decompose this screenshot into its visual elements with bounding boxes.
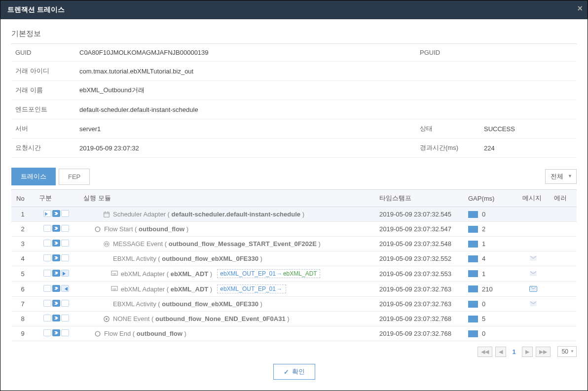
module-text: Flow End ( outbound_flow ) bbox=[104, 330, 186, 337]
row-timestamp: 2019-05-09 23:07:32.763 bbox=[374, 297, 463, 312]
row-module: XMLebXML Adapter ( ebXML_ADT )ebXML_OUT_… bbox=[78, 266, 374, 282]
row-module: MESSAGE Event ( outbound_flow_Message_ST… bbox=[78, 237, 374, 251]
pager-prev-icon[interactable]: ◀ bbox=[495, 347, 506, 357]
row-message bbox=[517, 207, 549, 222]
gap-bar-icon bbox=[468, 301, 478, 308]
tab-fep[interactable]: FEP bbox=[59, 169, 90, 185]
none-icon bbox=[103, 301, 110, 308]
info-table: GUID C0A80F10JMOLKOMAGMJAFNJB00000139 PG… bbox=[11, 43, 577, 158]
box-icon bbox=[43, 285, 51, 292]
gap-value: 1 bbox=[482, 240, 485, 248]
box-icon bbox=[61, 315, 69, 321]
gap-value: 2 bbox=[482, 225, 485, 233]
row-timestamp: 2019-05-09 23:07:32.545 bbox=[374, 207, 463, 222]
endpoint-tag[interactable]: ebXML_OUT_EP_01→ebXML_ADT bbox=[217, 269, 320, 278]
box-icon bbox=[61, 329, 69, 336]
status-value: SUCCESS bbox=[480, 119, 577, 139]
col-module: 실행 모듈 bbox=[78, 190, 374, 207]
trace-table: No 구분 실행 모듈 타임스탬프 GAP(ms) 메시지 에러 1Schedu… bbox=[11, 189, 577, 341]
row-module: Flow End ( outbound_flow ) bbox=[78, 326, 374, 341]
flow-icon bbox=[52, 329, 60, 336]
status-label: 상태 bbox=[416, 119, 480, 139]
row-gap: 0 bbox=[463, 297, 517, 312]
row-message bbox=[517, 282, 549, 297]
row-gubun bbox=[34, 312, 78, 326]
send-icon bbox=[61, 270, 69, 277]
row-gubun bbox=[34, 237, 78, 251]
flow-icon bbox=[52, 300, 60, 307]
row-gap: 5 bbox=[463, 312, 517, 326]
tab-trace[interactable]: 트레이스 bbox=[11, 168, 56, 185]
row-error bbox=[549, 251, 577, 266]
pager-last-icon[interactable]: ▶▶ bbox=[536, 347, 551, 357]
tabs-row: 트레이스 FEP 전체 bbox=[11, 168, 577, 185]
table-row[interactable]: 1Scheduler Adapter ( default-scheduler.d… bbox=[11, 207, 577, 222]
reqtime-value: 2019-05-09 23:07:32 bbox=[75, 139, 416, 158]
col-msg: 메시지 bbox=[517, 190, 549, 207]
table-row[interactable]: 5XMLebXML Adapter ( ebXML_ADT )ebXML_OUT… bbox=[11, 266, 577, 282]
svg-text:XML: XML bbox=[112, 288, 117, 290]
message-icon[interactable] bbox=[529, 271, 537, 277]
table-row[interactable]: 8NONE Event ( outbound_flow_None_END_Eve… bbox=[11, 312, 577, 326]
box-icon bbox=[61, 210, 69, 217]
table-row[interactable]: 4EBXML Activity ( outbound_flow_ebXML_0F… bbox=[11, 251, 577, 266]
row-no: 4 bbox=[11, 251, 34, 266]
gap-value: 210 bbox=[482, 285, 493, 293]
ok-button[interactable]: ✓ 확인 bbox=[273, 364, 315, 380]
gap-value: 0 bbox=[482, 300, 485, 308]
box-icon bbox=[61, 254, 69, 261]
module-text: ebXML Adapter ( ebXML_ADT ) bbox=[121, 285, 212, 293]
message-icon[interactable] bbox=[529, 286, 537, 292]
table-row[interactable]: 2Flow Start ( outbound_flow )2019-05-09 … bbox=[11, 222, 577, 237]
pager: ◀◀ ◀ 1 ▶ ▶▶ 50 bbox=[11, 346, 577, 357]
flow-icon bbox=[52, 270, 60, 277]
row-gap: 1 bbox=[463, 237, 517, 251]
row-error bbox=[549, 222, 577, 237]
txname-label: 거래 이름 bbox=[11, 81, 75, 100]
pager-first-icon[interactable]: ◀◀ bbox=[478, 347, 492, 357]
row-message bbox=[517, 297, 549, 312]
row-error bbox=[549, 207, 577, 222]
table-row[interactable]: 6XMLebXML Adapter ( ebXML_ADT )ebXML_OUT… bbox=[11, 282, 577, 297]
message-icon[interactable] bbox=[529, 255, 537, 261]
box-icon bbox=[61, 240, 69, 247]
row-no: 6 bbox=[11, 282, 34, 297]
col-gubun: 구분 bbox=[34, 190, 78, 207]
flow-icon bbox=[52, 240, 60, 247]
row-no: 2 bbox=[11, 222, 34, 237]
flow-icon bbox=[52, 254, 60, 261]
flow-icon bbox=[52, 225, 60, 232]
row-no: 1 bbox=[11, 207, 34, 222]
svg-point-4 bbox=[95, 227, 100, 232]
section-title: 기본정보 bbox=[11, 29, 577, 38]
pager-current[interactable]: 1 bbox=[509, 348, 518, 355]
gap-bar-icon bbox=[468, 255, 478, 262]
pager-next-icon[interactable]: ▶ bbox=[522, 347, 533, 357]
table-row[interactable]: 3MESSAGE Event ( outbound_flow_Message_S… bbox=[11, 237, 577, 251]
row-gubun bbox=[34, 251, 78, 266]
gap-bar-icon bbox=[468, 285, 478, 292]
message-icon[interactable] bbox=[529, 301, 537, 307]
row-gubun bbox=[34, 297, 78, 312]
row-message bbox=[517, 222, 549, 237]
box-icon bbox=[43, 300, 51, 307]
gap-bar-icon bbox=[468, 211, 478, 218]
pager-size-select[interactable]: 50 bbox=[557, 346, 577, 357]
row-message bbox=[517, 237, 549, 251]
row-gubun bbox=[34, 207, 78, 222]
filter-select[interactable]: 전체 bbox=[545, 169, 577, 184]
box-icon bbox=[43, 225, 51, 232]
modal-body: 기본정보 GUID C0A80F10JMOLKOMAGMJAFNJB000001… bbox=[0, 19, 588, 391]
endpoint-tag[interactable]: ebXML_OUT_EP_01→ bbox=[217, 284, 286, 293]
module-text: Scheduler Adapter ( default-scheduler.de… bbox=[113, 211, 304, 218]
table-row[interactable]: 7EBXML Activity ( outbound_flow_ebXML_0F… bbox=[11, 297, 577, 312]
guid-label: GUID bbox=[11, 44, 75, 62]
table-row[interactable]: 9Flow End ( outbound_flow )2019-05-09 23… bbox=[11, 326, 577, 341]
close-icon[interactable]: × bbox=[577, 3, 583, 14]
box-icon bbox=[43, 315, 51, 321]
transaction-trace-modal: 트렌잭션 트레이스 × 기본정보 GUID C0A80F10JMOLKOMAGM… bbox=[0, 0, 588, 391]
row-gubun bbox=[34, 266, 78, 282]
txid-value: com.tmax.tutorial.ebXMLTutorial.biz_out bbox=[75, 62, 577, 81]
col-err: 에러 bbox=[549, 190, 577, 207]
gap-value: 0 bbox=[482, 211, 485, 218]
